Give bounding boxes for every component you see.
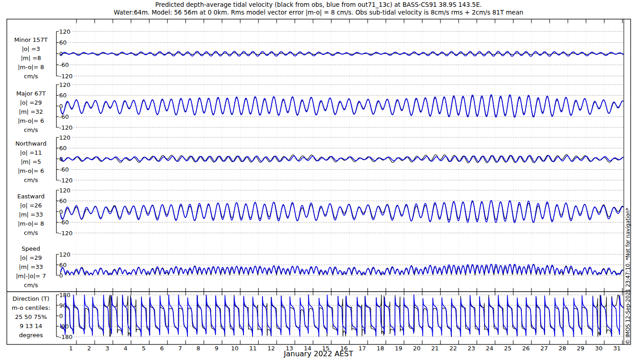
panel-label-minor: Minor 157T |o| =3 |m| =8 |m-o|= 8 cm/s	[3, 35, 59, 81]
y-tick-label: 120	[59, 187, 71, 194]
y-tick-label: -180	[59, 334, 73, 340]
y-tick-label: 0	[59, 103, 63, 110]
watermark-text: © IMOS 12-Sep-2021 23:47:10. *Not for na…	[625, 19, 631, 344]
panel-label-speed: Speed |o| =29 |m| =33 |m|-|o|= 7 cm/s	[3, 244, 59, 290]
y-tick-label: 0	[59, 208, 63, 215]
y-tick-label: -60	[59, 166, 69, 173]
y-tick-label: -120	[59, 177, 73, 184]
y-tick-label: 0	[59, 313, 63, 319]
y-tick-label: -120	[59, 230, 73, 237]
panel-label-northward: Northward |o| =11 |m| =5 |m-o|= 6 cm/s	[3, 139, 59, 185]
y-tick-label: 60	[59, 145, 67, 152]
y-tick-label: 0	[59, 272, 63, 279]
y-tick-label: 60	[59, 262, 67, 268]
y-tick-label: 120	[59, 251, 71, 258]
y-tick-label: 120	[59, 81, 71, 88]
y-tick-label: -120	[59, 73, 73, 80]
panel-label-major: Major 67T |o| =29 |m| =32 |m-o|= 6 cm/s	[3, 89, 59, 135]
y-tick-label: -120	[59, 124, 73, 131]
y-tick-label: 60	[59, 197, 67, 204]
y-tick-label: 120	[59, 134, 71, 141]
tidal-plot-svg: 120600-60-120120600-60-120120600-60-1201…	[0, 0, 637, 364]
panel-label-direction: Direction (T) m-o centiles: 25 50 75% 9 …	[3, 294, 59, 340]
tidal-velocity-figure: Predicted depth-average tidal velocity (…	[0, 0, 637, 364]
x-axis-label: January 2022 AEST	[0, 349, 637, 358]
figure-frame	[7, 19, 631, 344]
y-tick-label: 60	[59, 39, 67, 46]
y-tick-label: 180	[59, 292, 71, 298]
y-tick-label: -60	[59, 219, 69, 226]
y-tick-label: 60	[59, 92, 67, 99]
y-tick-label: -60	[59, 61, 69, 68]
y-tick-label: -60	[59, 113, 69, 120]
y-tick-label: 120	[59, 28, 71, 35]
panel-label-eastward: Eastward |o| =26 |m| =33 |m-o|= 8 cm/s	[3, 192, 59, 238]
